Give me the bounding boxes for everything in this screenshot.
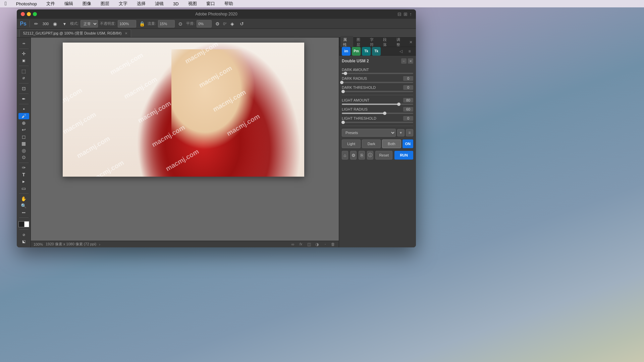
menubar-window[interactable]: 窗口 <box>204 0 217 7</box>
color-swatches[interactable] <box>18 221 29 228</box>
canvas[interactable]: macmj.commacmj.commacmj.commacmj.com mac… <box>63 43 304 177</box>
smooth-input[interactable] <box>197 20 212 27</box>
foreground-color-swatch[interactable] <box>18 221 24 227</box>
panel-menu-icon[interactable]: ≡ <box>406 48 413 55</box>
marquee-tool[interactable]: ⬚ <box>18 68 29 74</box>
light-amount-thumb[interactable] <box>397 103 400 106</box>
smooth-settings-icon[interactable]: ⚙ <box>214 20 221 27</box>
adjustment-icon[interactable]: ◑ <box>314 241 320 247</box>
document-tab[interactable]: 52112_GrLfGPRT.jpg @ 100% (背景 Double USM… <box>19 29 131 37</box>
history-icon[interactable]: ↺ <box>238 20 246 27</box>
light-threshold-thumb[interactable] <box>341 121 345 124</box>
presets-dropdown-arrow[interactable]: ▾ <box>397 129 405 136</box>
zoom-tool[interactable]: 🔍 <box>18 202 29 209</box>
brush-tool-icon[interactable]: ✏ <box>33 20 40 27</box>
maximize-button[interactable] <box>33 12 37 16</box>
history-brush-tool[interactable]: ↩ <box>18 127 29 133</box>
menubar-3d[interactable]: 3D <box>171 1 181 7</box>
light-threshold-track[interactable] <box>342 122 413 123</box>
expand-panels-icon[interactable]: ⇔ <box>18 40 29 47</box>
brush-size-icon[interactable]: 300 <box>42 20 49 27</box>
dark-amount-thumb[interactable] <box>344 72 347 75</box>
airbrush-icon[interactable]: ⊙ <box>177 20 184 27</box>
copy-icon[interactable]: ⎘ <box>359 151 365 160</box>
tab-paragraph[interactable]: 段落 <box>380 36 393 49</box>
light-radius-track[interactable] <box>342 113 413 114</box>
clone-tool[interactable]: ⊕ <box>18 120 29 126</box>
move-tool[interactable]: ✛ <box>18 51 29 57</box>
settings-icon[interactable]: ⚙ <box>350 151 357 160</box>
dark-amount-track[interactable] <box>342 73 413 74</box>
shape-tool[interactable]: ▭ <box>18 185 29 192</box>
blur-tool[interactable]: ◎ <box>18 147 29 154</box>
plugin-icon-teal[interactable]: Tk <box>362 47 371 56</box>
panel-collapse-icon[interactable]: ◁ <box>397 48 405 55</box>
arrange-icon[interactable]: ⊟ <box>397 11 401 17</box>
plugin-icon-dark-teal[interactable]: Tk <box>372 47 381 56</box>
close-button[interactable] <box>21 12 25 16</box>
apple-menu[interactable]:  <box>3 0 9 7</box>
menubar-layer[interactable]: 图层 <box>99 0 111 7</box>
dark-radius-track[interactable] <box>342 82 413 83</box>
menubar-help[interactable]: 帮助 <box>222 0 235 7</box>
light-amount-track[interactable] <box>342 104 413 105</box>
dodge-tool[interactable]: ⊙ <box>18 154 29 161</box>
plugin-icon-blue[interactable]: im <box>342 47 351 56</box>
crop-tool[interactable]: ⊡ <box>18 85 29 92</box>
eyedropper-tool[interactable]: ✒ <box>18 96 29 102</box>
quick-mask-icon[interactable]: ⊘ <box>18 232 29 238</box>
flow-input[interactable] <box>158 20 175 27</box>
home-icon[interactable]: ⌂ <box>342 151 348 160</box>
menubar-select[interactable]: 选择 <box>135 0 148 7</box>
presets-select[interactable]: Presets <box>342 129 396 137</box>
share-icon[interactable]: ↑ <box>410 11 412 17</box>
minimize-button[interactable] <box>27 12 31 16</box>
dark-threshold-track[interactable] <box>342 91 413 92</box>
pen-tool[interactable]: ✑ <box>18 165 29 171</box>
brush-tool[interactable]: 🖌 <box>18 113 29 119</box>
info-icon[interactable]: ⓘ <box>367 151 373 160</box>
dark-mode-button[interactable]: Dark <box>362 139 381 148</box>
brush-hardness-icon[interactable]: ◉ <box>51 20 59 27</box>
trash-icon[interactable]: 🗑 <box>330 241 336 247</box>
symmetry-icon[interactable]: ◈ <box>229 20 236 27</box>
both-mode-button[interactable]: Both <box>382 139 401 148</box>
path-selection-tool[interactable]: ▸ <box>18 178 29 185</box>
presets-menu-icon[interactable]: ≡ <box>406 129 413 136</box>
eraser-tool[interactable]: ◻ <box>18 134 29 140</box>
folder-icon[interactable]: ⬝ <box>322 241 328 247</box>
opacity-input[interactable] <box>118 20 136 27</box>
menubar-edit[interactable]: 编辑 <box>62 0 75 7</box>
reset-button[interactable]: Reset <box>375 151 392 160</box>
menubar-photoshop[interactable]: Photoshop <box>14 1 39 7</box>
link-icon[interactable]: ∞ <box>290 241 296 247</box>
gradient-tool[interactable]: ▦ <box>18 140 29 147</box>
menubar-filter[interactable]: 滤镜 <box>153 0 166 7</box>
dark-threshold-thumb[interactable] <box>341 90 345 93</box>
artboard-tool[interactable]: ▣ <box>18 58 29 64</box>
screen-mode-icon[interactable]: ⬕ <box>18 239 29 245</box>
tab-adjustments[interactable]: 调整 <box>394 36 407 49</box>
dark-radius-thumb[interactable] <box>340 81 343 84</box>
mode-select[interactable]: 正常 <box>80 20 98 27</box>
opacity-lock-icon[interactable]: 🔒 <box>138 20 146 27</box>
layer-mask-icon[interactable]: ◫ <box>306 241 312 247</box>
run-button[interactable]: RUN <box>394 151 413 160</box>
lasso-tool[interactable]: ⌀ <box>18 75 29 81</box>
type-tool[interactable]: T <box>18 172 29 178</box>
tab-close-icon[interactable]: ✕ <box>125 32 127 35</box>
menubar-text[interactable]: 文字 <box>117 0 129 7</box>
menubar-image[interactable]: 图像 <box>80 0 93 7</box>
healing-tool[interactable]: ✦ <box>18 106 29 113</box>
usm-minus-btn[interactable]: − <box>401 58 407 64</box>
brush-options-icon[interactable]: ▾ <box>61 20 68 27</box>
panel-close-icon[interactable]: ✕ <box>407 39 415 46</box>
light-radius-thumb[interactable] <box>383 112 386 115</box>
menubar-file[interactable]: 文件 <box>44 0 57 7</box>
hand-tool[interactable]: ✋ <box>18 196 29 202</box>
light-mode-button[interactable]: Light <box>342 139 361 148</box>
view-icon[interactable]: ⊞ <box>404 11 408 17</box>
fx-icon[interactable]: fx <box>298 241 304 247</box>
usm-close-btn[interactable]: ✕ <box>408 58 413 64</box>
on-toggle-button[interactable]: ON <box>402 139 414 148</box>
